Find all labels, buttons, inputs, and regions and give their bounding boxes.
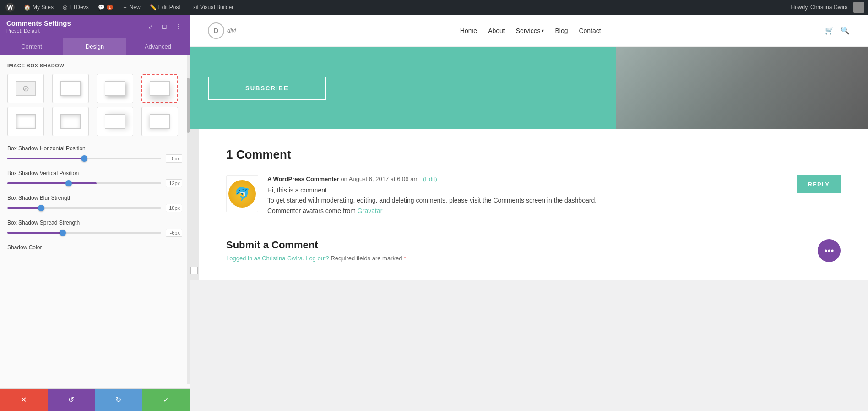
logged-in-link[interactable]: Logged in as Christina Gwira. — [226, 255, 304, 262]
author-name: A WordPress Commenter — [267, 175, 339, 182]
nav-about[interactable]: About — [488, 27, 505, 34]
undo-button[interactable]: ↺ — [48, 389, 95, 411]
nav-home[interactable]: Home — [460, 27, 477, 34]
slider-blur-fill — [7, 207, 41, 209]
nav-blog[interactable]: Blog — [555, 27, 568, 34]
panel-preset[interactable]: Preset: Default — [6, 28, 71, 33]
slider-blur-track[interactable] — [7, 207, 161, 209]
slider-spread: Box Shadow Spread Strength -6px — [7, 219, 182, 237]
edit-post-button[interactable]: ✏️ Edit Post — [148, 4, 182, 11]
slider-blur-label: Box Shadow Blur Strength — [7, 195, 182, 201]
comment-body: A WordPress Commenter on August 6, 2017 … — [267, 175, 841, 216]
fab-button[interactable]: ••• — [818, 239, 841, 262]
shadow-option-none[interactable]: ⊘ — [7, 74, 44, 103]
search-icon[interactable]: 🔍 — [841, 26, 850, 35]
slider-vertical: Box Shadow Vertical Position 12px — [7, 170, 182, 187]
slider-spread-thumb[interactable] — [60, 230, 66, 236]
reply-button[interactable]: REPLY — [797, 175, 841, 193]
slider-blur-value: 18px — [166, 204, 182, 212]
cancel-button[interactable]: ✕ — [0, 389, 48, 411]
main-layout: Comments Settings Preset: Default ⤢ ⊟ ⋮ … — [0, 15, 868, 411]
cart-icon[interactable]: 🛒 — [825, 26, 834, 35]
panel-title: Comments Settings — [6, 19, 71, 27]
chevron-down-icon: ▾ — [542, 28, 544, 33]
columns-icon[interactable]: ⊟ — [159, 22, 169, 32]
fullscreen-icon[interactable]: ⤢ — [146, 22, 156, 32]
shadow-preview-4 — [16, 114, 36, 129]
hero-image — [616, 47, 868, 129]
shadow-options-grid: ⊘ — [7, 74, 182, 136]
plus-icon: ＋ — [122, 4, 128, 11]
panel-title-area: Comments Settings Preset: Default — [6, 19, 71, 33]
nav-icons: 🛒 🔍 — [825, 26, 850, 35]
confirm-button[interactable]: ✓ — [142, 389, 190, 411]
submit-content: Submit a Comment Logged in as Christina … — [226, 239, 406, 262]
shadow-option-4[interactable] — [7, 107, 44, 136]
left-sidebar-strip — [190, 129, 199, 280]
panel-actions: ✕ ↺ ↻ ✓ — [0, 388, 190, 411]
comments-button[interactable]: 💬 1 — [96, 4, 115, 11]
slider-spread-track[interactable] — [7, 232, 161, 234]
shadow-option-1[interactable] — [52, 74, 89, 103]
comments-icon: 💬 — [98, 4, 105, 11]
slider-spread-label: Box Shadow Spread Strength — [7, 219, 182, 226]
shadow-option-2[interactable] — [97, 74, 133, 103]
tab-design[interactable]: Design — [63, 38, 126, 55]
cancel-icon: ✕ — [21, 395, 27, 404]
slider-blur-thumb[interactable] — [38, 205, 44, 211]
gravatar-link[interactable]: Gravatar — [358, 207, 382, 214]
submit-title: Submit a Comment — [226, 239, 406, 251]
tab-content[interactable]: Content — [0, 38, 63, 55]
required-asterisk: * — [404, 255, 406, 262]
site-nav-links: Home About Services ▾ Blog Contact — [460, 27, 601, 34]
content-wrapper: 1 Comment 🐬 A WordPress Commenter on Aug… — [190, 129, 868, 280]
et-devs-button[interactable]: ◎ ETDevs — [61, 4, 91, 11]
slider-horizontal-label: Box Shadow Horizontal Position — [7, 145, 182, 152]
shadow-preview-none: ⊘ — [16, 81, 36, 96]
comment-item: 🐬 A WordPress Commenter on August 6, 201… — [226, 175, 841, 216]
hero-image-inner — [616, 47, 868, 129]
comment-date: on August 6, 2017 at 6:06 am — [341, 175, 418, 182]
slider-blur: Box Shadow Blur Strength 18px — [7, 195, 182, 212]
edit-link[interactable]: (Edit) — [423, 175, 437, 182]
logout-link[interactable]: Log out? — [306, 255, 329, 262]
slider-horizontal-track[interactable] — [7, 158, 161, 159]
shadow-preview-7 — [150, 114, 170, 129]
site-logo: D divi — [208, 22, 236, 39]
slider-vertical-track[interactable] — [7, 182, 161, 184]
new-button[interactable]: ＋ New — [120, 4, 142, 11]
user-avatar[interactable] — [853, 2, 864, 13]
site-nav: D divi Home About Services ▾ Blog Contac… — [190, 15, 868, 47]
my-sites-button[interactable]: 🏠 My Sites — [22, 4, 55, 11]
slider-vertical-thumb[interactable] — [65, 180, 72, 186]
logo-circle: D — [208, 22, 224, 39]
sidebar-checkbox[interactable] — [190, 267, 198, 274]
tab-advanced[interactable]: Advanced — [126, 38, 190, 55]
slider-spread-value: -6px — [166, 229, 182, 237]
wordpress-icon: W — [5, 3, 15, 12]
wp-logo-button[interactable]: W — [4, 3, 16, 12]
slider-horizontal-thumb[interactable] — [81, 155, 87, 162]
shadow-option-6[interactable] — [97, 107, 133, 136]
comments-title: 1 Comment — [226, 148, 841, 162]
panel-content: Image Box Shadow ⊘ — [0, 55, 190, 388]
comment-author: A WordPress Commenter on August 6, 2017 … — [267, 175, 841, 182]
nav-services[interactable]: Services ▾ — [516, 27, 544, 34]
comment-text: Hi, this is a comment. To get started wi… — [267, 185, 841, 216]
nav-contact[interactable]: Contact — [579, 27, 601, 34]
shadow-preview-3 — [150, 81, 170, 96]
subscribe-button[interactable]: SUBSCRIBE — [208, 77, 326, 100]
shadow-option-7[interactable] — [141, 107, 178, 136]
redo-button[interactable]: ↻ — [95, 389, 142, 411]
comments-area: 1 Comment 🐬 A WordPress Commenter on Aug… — [199, 129, 868, 280]
slider-spread-row: -6px — [7, 229, 182, 237]
shadow-preview-1 — [60, 81, 81, 96]
settings-panel: Comments Settings Preset: Default ⤢ ⊟ ⋮ … — [0, 15, 190, 411]
howdy-label: Howdy, Christina Gwira — [789, 4, 850, 11]
more-icon[interactable]: ⋮ — [173, 22, 183, 32]
exit-builder-button[interactable]: Exit Visual Builder — [188, 4, 236, 11]
panel-header-icons: ⤢ ⊟ ⋮ — [146, 22, 183, 32]
shadow-option-5[interactable] — [52, 107, 89, 136]
shadow-option-3[interactable] — [141, 74, 178, 103]
panel-tabs: Content Design Advanced — [0, 38, 190, 55]
